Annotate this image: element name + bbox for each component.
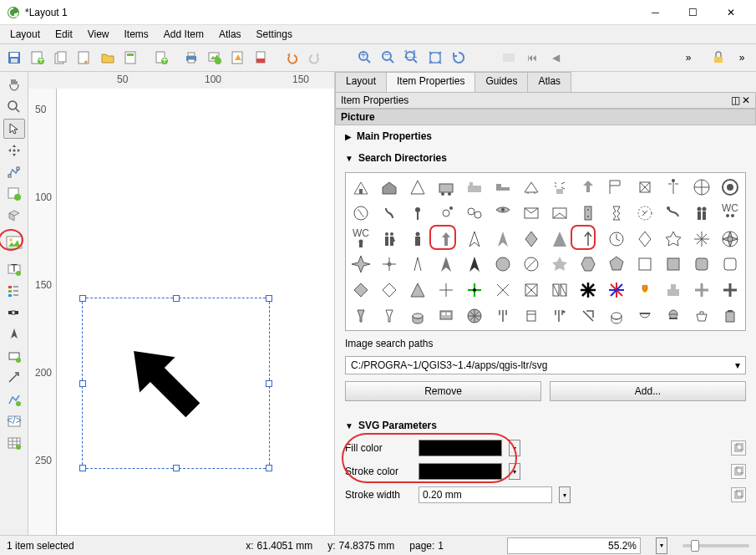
pan-tool[interactable] xyxy=(3,75,25,95)
svg-params-expander[interactable]: ▼ xyxy=(345,421,353,430)
zoom-out-button[interactable]: − xyxy=(378,47,399,69)
svg-symbol[interactable] xyxy=(404,175,432,200)
open-folder-button[interactable] xyxy=(97,47,119,69)
svg-symbol[interactable] xyxy=(404,201,432,226)
svg-symbol[interactable] xyxy=(518,278,545,303)
search-path-dropdown[interactable]: C:/PROGRA~1/QGIS3~1.4/apps/qgis-ltr/svg … xyxy=(345,356,746,374)
svg-symbol[interactable] xyxy=(659,303,687,328)
svg-symbol[interactable] xyxy=(545,201,573,226)
svg-symbol[interactable] xyxy=(716,227,743,252)
layout-manager-button[interactable] xyxy=(74,47,95,69)
select-tool[interactable] xyxy=(3,119,25,139)
svg-symbol[interactable] xyxy=(659,227,687,252)
tab-guides[interactable]: Guides xyxy=(474,72,528,92)
zoom-tool[interactable] xyxy=(3,97,25,117)
export-image-button[interactable] xyxy=(204,47,226,69)
svg-symbol[interactable] xyxy=(574,201,601,226)
svg-symbol[interactable] xyxy=(574,278,601,303)
svg-symbol[interactable] xyxy=(490,278,517,303)
zoom-input[interactable] xyxy=(507,537,641,554)
svg-symbol[interactable] xyxy=(631,201,658,226)
add-map-tool[interactable] xyxy=(3,184,25,204)
svg-symbol[interactable] xyxy=(461,252,489,277)
svg-symbol[interactable] xyxy=(490,175,517,200)
svg-symbol[interactable] xyxy=(688,227,715,252)
svg-symbol[interactable] xyxy=(545,175,573,200)
add-page-button[interactable]: + xyxy=(150,47,172,69)
refresh-button[interactable] xyxy=(448,47,469,69)
svg-symbol[interactable] xyxy=(688,252,715,277)
panel-close-icon[interactable]: ✕ xyxy=(742,94,750,106)
svg-symbol[interactable] xyxy=(602,201,630,226)
svg-symbol[interactable] xyxy=(461,175,489,200)
svg-symbol[interactable] xyxy=(376,303,403,328)
move-content-tool[interactable] xyxy=(3,140,25,160)
svg-symbol[interactable] xyxy=(433,303,460,328)
svg-symbol[interactable] xyxy=(574,303,601,328)
svg-symbol[interactable] xyxy=(490,227,517,252)
svg-symbol[interactable] xyxy=(376,227,403,252)
svg-symbol[interactable] xyxy=(545,227,573,252)
width-override-button[interactable] xyxy=(731,487,746,502)
menu-layout[interactable]: Layout xyxy=(3,27,47,42)
menu-atlas[interactable]: Atlas xyxy=(212,27,248,42)
svg-symbol[interactable] xyxy=(376,252,403,277)
svg-symbol[interactable] xyxy=(490,252,517,277)
toolbar-overflow-button[interactable]: » xyxy=(677,47,699,69)
add-nodeitem-tool[interactable] xyxy=(3,390,25,410)
tab-layout[interactable]: Layout xyxy=(335,72,387,92)
add-picture-tool[interactable] xyxy=(3,232,25,252)
lock-button[interactable] xyxy=(708,47,729,69)
add-legend-tool[interactable] xyxy=(3,281,25,301)
svg-symbol[interactable] xyxy=(518,303,545,328)
svg-symbol[interactable] xyxy=(433,201,460,226)
new-layout-button[interactable]: + xyxy=(27,47,48,69)
svg-symbol[interactable] xyxy=(404,252,432,277)
svg-symbol[interactable] xyxy=(461,201,489,226)
svg-symbol[interactable]: WC xyxy=(348,227,375,252)
svg-symbol[interactable] xyxy=(688,278,715,303)
svg-symbol[interactable] xyxy=(688,201,715,226)
atlas-preview-button[interactable] xyxy=(498,47,520,69)
duplicate-layout-button[interactable] xyxy=(50,47,72,69)
svg-symbol[interactable] xyxy=(404,303,432,328)
edit-nodes-tool[interactable] xyxy=(3,162,25,182)
stroke-color-dropdown[interactable]: ▾ xyxy=(509,463,520,480)
export-svg-button[interactable] xyxy=(227,47,249,69)
svg-symbol[interactable] xyxy=(659,252,687,277)
stroke-width-input[interactable] xyxy=(419,486,552,503)
svg-symbol[interactable] xyxy=(545,303,573,328)
svg-symbol-grid[interactable]: WC WC xyxy=(345,172,746,331)
svg-symbol[interactable] xyxy=(518,201,545,226)
svg-symbol[interactable] xyxy=(490,303,517,328)
undo-button[interactable] xyxy=(281,47,302,69)
stroke-width-spinner[interactable]: ▾ xyxy=(559,486,571,503)
svg-symbol[interactable] xyxy=(404,278,432,303)
svg-symbol[interactable] xyxy=(688,175,715,200)
zoom-dropdown[interactable]: ▾ xyxy=(656,537,667,554)
save-button[interactable] xyxy=(3,47,25,69)
search-dirs-expander[interactable]: ▼ xyxy=(345,154,353,163)
svg-symbol[interactable]: WC xyxy=(716,201,743,226)
export-pdf-button[interactable] xyxy=(251,47,272,69)
svg-symbol[interactable] xyxy=(631,278,658,303)
menu-edit[interactable]: Edit xyxy=(48,27,79,42)
svg-symbol[interactable] xyxy=(461,303,489,328)
add-shape-tool[interactable] xyxy=(3,346,25,366)
fill-color-swatch[interactable] xyxy=(419,440,502,456)
svg-symbol[interactable] xyxy=(574,252,601,277)
svg-symbol[interactable] xyxy=(602,278,630,303)
picture-item[interactable] xyxy=(82,298,270,469)
minimize-button[interactable]: ─ xyxy=(637,0,674,25)
add-html-tool[interactable]: </> xyxy=(3,411,25,431)
svg-symbol[interactable] xyxy=(433,175,460,200)
atlas-prev-button[interactable]: ◀ xyxy=(545,47,566,69)
zoom-actual-button[interactable]: 1:1 xyxy=(401,47,423,69)
svg-symbol[interactable] xyxy=(659,278,687,303)
menu-settings[interactable]: Settings xyxy=(250,27,299,42)
close-button[interactable]: ✕ xyxy=(712,0,749,25)
zoom-slider[interactable] xyxy=(682,544,749,547)
svg-symbol[interactable] xyxy=(376,201,403,226)
svg-symbol[interactable] xyxy=(602,252,630,277)
svg-symbol[interactable] xyxy=(631,227,658,252)
